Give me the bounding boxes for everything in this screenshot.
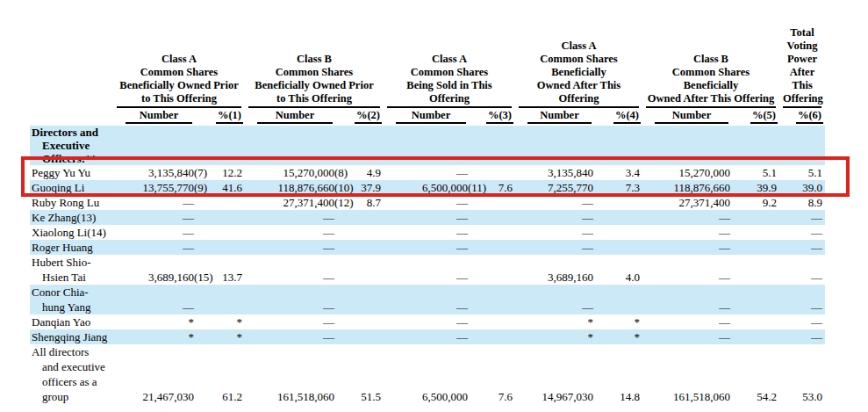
number-cell: *: [515, 329, 599, 344]
percent-cell: [473, 225, 515, 240]
number-cell: 6,500,000(11): [384, 180, 473, 195]
number-cell: —: [384, 240, 473, 255]
number-cell: —: [384, 165, 473, 180]
name-column-subheader: [30, 108, 113, 126]
percent-cell: —: [779, 285, 825, 314]
percent-cell: [199, 195, 245, 210]
number-cell: —: [642, 314, 735, 329]
number-cell: *: [515, 314, 599, 329]
percent-cell: *: [199, 314, 245, 329]
column-subheader: %(4): [599, 108, 642, 126]
percent-cell: 5.1: [779, 165, 825, 180]
percent-cell: [473, 240, 515, 255]
document-page: Class ACommon SharesBeneficially Owned P…: [0, 0, 868, 412]
section-title: Directors andExecutiveOfficers:**: [30, 126, 825, 165]
number-cell: —: [245, 210, 340, 225]
number-cell: —: [642, 329, 735, 344]
number-cell: 6,500,000: [384, 344, 473, 404]
number-cell: —: [384, 255, 473, 285]
number-cell: 13,755,770(9): [113, 180, 199, 195]
percent-cell: 39.9: [735, 180, 779, 195]
percent-cell: 54.2: [735, 344, 779, 404]
percent-cell: [340, 314, 384, 329]
table-row: Ruby Rong Lu—27,371,400(12)8.7——27,371,4…: [30, 195, 825, 210]
number-cell: —: [113, 195, 199, 210]
percent-cell: 7.3: [599, 180, 642, 195]
percent-cell: —: [779, 210, 825, 225]
percent-cell: [340, 255, 384, 285]
number-cell: —: [384, 285, 473, 314]
table-header: Class ACommon SharesBeneficially Owned P…: [30, 26, 825, 126]
row-name: Guoqing Li: [30, 180, 113, 195]
percent-cell: [473, 329, 515, 344]
percent-cell: [199, 225, 245, 240]
number-cell: —: [113, 285, 199, 314]
row-name: Peggy Yu Yu: [30, 165, 113, 180]
column-group-header: Class ACommon SharesBeneficiallyOwned Af…: [515, 26, 642, 108]
column-subheader: %(6): [779, 108, 825, 126]
column-subheader: %(2): [340, 108, 384, 126]
percent-cell: —: [779, 240, 825, 255]
row-name: Xiaolong Li(14): [30, 225, 113, 240]
table-row: Guoqing Li13,755,770(9)41.6118,876,660(1…: [30, 180, 825, 195]
percent-cell: 5.1: [735, 165, 779, 180]
column-subheader: %(3): [473, 108, 515, 126]
table-row: Roger Huang——————: [30, 240, 825, 255]
percent-cell: [473, 285, 515, 314]
number-cell: 118,876,660(10): [245, 180, 340, 195]
number-cell: —: [384, 329, 473, 344]
column-subheader: Number: [113, 108, 199, 126]
column-group-header: Class BCommon SharesBeneficially Owned P…: [245, 26, 384, 108]
column-subheader: Number: [384, 108, 473, 126]
percent-cell: [599, 210, 642, 225]
percent-cell: *: [199, 329, 245, 344]
percent-cell: [599, 240, 642, 255]
number-cell: *: [113, 329, 199, 344]
number-cell: 27,371,400(12): [245, 195, 340, 210]
percent-cell: 3.4: [599, 165, 642, 180]
percent-cell: —: [779, 225, 825, 240]
percent-cell: 51.5: [340, 344, 384, 404]
number-cell: —: [515, 285, 599, 314]
percent-cell: [735, 240, 779, 255]
percent-cell: 9.2: [735, 195, 779, 210]
row-name: Hubert Shio-Hsien Tai: [30, 255, 113, 285]
percent-cell: —: [779, 329, 825, 344]
column-group-header: Class BCommon SharesBeneficiallyOwned Af…: [642, 26, 779, 108]
number-cell: —: [245, 314, 340, 329]
number-cell: —: [245, 255, 340, 285]
row-name: Shengqing Jiang: [30, 329, 113, 344]
column-subheader: %(5): [735, 108, 779, 126]
percent-cell: 61.2: [199, 344, 245, 404]
percent-cell: 8.9: [779, 195, 825, 210]
number-cell: 3,689,160(15): [113, 255, 199, 285]
number-cell: 7,255,770: [515, 180, 599, 195]
table-row: Hubert Shio-Hsien Tai3,689,160(15)13.7——…: [30, 255, 825, 285]
percent-cell: [473, 195, 515, 210]
number-cell: —: [642, 240, 735, 255]
percent-cell: [340, 285, 384, 314]
number-cell: —: [113, 225, 199, 240]
percent-cell: [473, 314, 515, 329]
number-cell: —: [642, 285, 735, 314]
percent-cell: [473, 255, 515, 285]
section-header-row: Directors andExecutiveOfficers:**: [30, 126, 825, 165]
row-name: Danqian Yao: [30, 314, 113, 329]
number-cell: —: [245, 225, 340, 240]
percent-cell: [340, 210, 384, 225]
percent-cell: [199, 240, 245, 255]
number-cell: —: [245, 329, 340, 344]
number-cell: 14,967,030: [515, 344, 599, 404]
column-group-header: Class ACommon SharesBeing Sold in This O…: [384, 26, 515, 108]
number-cell: 118,876,660: [642, 180, 735, 195]
percent-cell: [735, 329, 779, 344]
beneficial-ownership-table: Class ACommon SharesBeneficially Owned P…: [30, 26, 825, 404]
number-cell: —: [384, 225, 473, 240]
percent-cell: 7.6: [473, 344, 515, 404]
percent-cell: —: [779, 255, 825, 285]
number-cell: —: [515, 240, 599, 255]
number-cell: —: [642, 210, 735, 225]
percent-cell: [340, 240, 384, 255]
percent-cell: [735, 255, 779, 285]
number-cell: —: [384, 314, 473, 329]
